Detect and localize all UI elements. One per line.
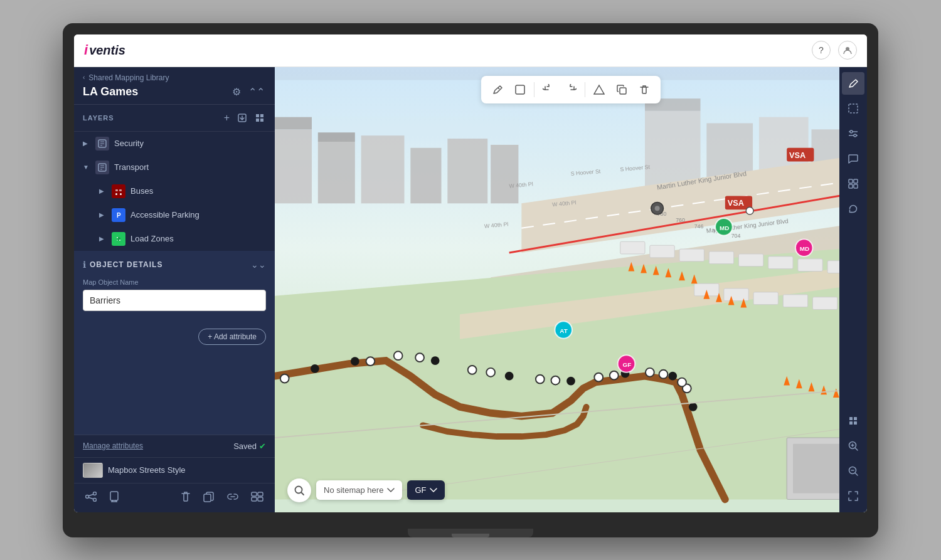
svg-text:VSA: VSA [789, 150, 805, 159]
duplicate-button[interactable] [201, 489, 217, 507]
map-object-name-input[interactable] [83, 290, 266, 311]
rect-select-button[interactable] [842, 97, 864, 120]
user-avatar[interactable] [838, 41, 857, 60]
comment-tool-button[interactable] [842, 147, 864, 170]
svg-rect-39 [258, 497, 263, 501]
map-area[interactable]: Martin Luther King Junior Blvd Martin Lu… [275, 67, 867, 512]
svg-point-99 [280, 374, 289, 383]
field-label: Map Object Name [83, 278, 266, 286]
layer-chevron-security: ▶ [83, 140, 90, 147]
svg-rect-73 [650, 245, 674, 258]
map-search-button[interactable] [287, 478, 311, 502]
laptop-frame: i ventis ? ‹ Shared Mapping Library [63, 23, 878, 537]
svg-text:VSA: VSA [728, 198, 744, 208]
svg-rect-74 [679, 249, 704, 262]
svg-point-103 [551, 376, 560, 384]
main-content: Martin Luther King Junior Blvd Martin Lu… [275, 67, 867, 512]
filter-tool-button[interactable] [842, 122, 864, 145]
project-title: LA Games [83, 85, 138, 98]
floor-dropdown[interactable]: GF [407, 480, 445, 500]
shape-tool-button[interactable] [589, 80, 609, 100]
manage-attributes-link[interactable]: Manage attributes [83, 441, 143, 450]
svg-rect-5 [260, 119, 263, 122]
svg-point-147 [854, 134, 856, 137]
export-button[interactable] [107, 489, 122, 507]
zoom-out-button[interactable] [842, 460, 864, 482]
svg-rect-35 [204, 494, 211, 502]
layer-icon-loadzones [112, 232, 125, 246]
layer-name-loadzones: Load Zones [130, 234, 174, 243]
grid-tool-button[interactable] [842, 172, 864, 195]
copy-button[interactable] [612, 80, 632, 100]
fit-view-button[interactable] [842, 485, 864, 507]
layer-icon-transport [95, 161, 109, 174]
layer-item-security[interactable]: ▶ Security [74, 132, 275, 156]
import-layer-button[interactable] [236, 112, 248, 124]
svg-text:704: 704 [731, 233, 741, 239]
logo-i: i [84, 42, 88, 58]
layer-item-loadzones[interactable]: ▶ Load Zones [74, 227, 275, 251]
redo-button[interactable] [561, 80, 581, 100]
svg-rect-76 [738, 253, 763, 266]
delete-button[interactable] [178, 489, 193, 507]
svg-point-85 [311, 364, 319, 372]
svg-rect-75 [709, 251, 733, 264]
svg-line-161 [856, 448, 858, 450]
layer-icon-security [95, 137, 109, 151]
svg-rect-159 [854, 421, 857, 425]
link-button[interactable] [225, 489, 241, 507]
svg-point-15 [115, 193, 117, 195]
group-button[interactable] [248, 489, 266, 507]
svg-rect-36 [252, 492, 257, 496]
svg-rect-2 [256, 114, 259, 117]
layers-panel-button[interactable] [842, 409, 864, 432]
svg-rect-142 [516, 85, 524, 94]
svg-text:746: 746 [694, 223, 704, 229]
collapse-icon[interactable]: ⌃⌃ [247, 85, 266, 99]
laptop-screen: i ventis ? ‹ Shared Mapping Library [74, 34, 867, 512]
svg-text:760: 760 [676, 216, 685, 223]
map-style-name: Mapbox Streets Style [108, 465, 186, 475]
delete-map-button[interactable] [634, 80, 654, 100]
svg-rect-31 [110, 492, 118, 500]
svg-rect-158 [849, 421, 853, 425]
sidebar-bottom-actions [74, 483, 275, 512]
layer-item-parking[interactable]: ▶ P Accessible Parking [74, 203, 275, 227]
view-toggle-button[interactable] [253, 112, 266, 124]
svg-point-106 [678, 378, 686, 386]
svg-rect-4 [256, 119, 259, 122]
draw-tool-button[interactable] [487, 80, 508, 100]
select-tool-button[interactable] [510, 80, 530, 100]
help-button[interactable]: ? [812, 41, 831, 60]
layer-item-buses[interactable]: ▶ Buses [74, 179, 275, 203]
floor-label: GF [415, 485, 426, 495]
svg-point-89 [468, 365, 477, 374]
svg-point-129 [746, 207, 753, 214]
svg-text:MD: MD [800, 245, 809, 252]
svg-point-95 [646, 367, 654, 376]
svg-rect-3 [260, 114, 263, 117]
map-svg: Martin Luther King Junior Blvd Martin Lu… [275, 67, 867, 512]
svg-point-105 [659, 369, 668, 378]
undo-button[interactable] [538, 80, 558, 100]
zoom-in-button[interactable] [842, 435, 864, 457]
add-layer-button[interactable]: + [223, 111, 231, 125]
sitemap-dropdown[interactable]: No sitemap here [316, 480, 402, 500]
map-style-row: Mapbox Streets Style [74, 457, 275, 483]
bottom-bar: No sitemap here GF [287, 478, 445, 502]
settings-icon[interactable]: ⚙ [231, 85, 242, 99]
svg-text:AT: AT [560, 327, 567, 334]
layer-item-transport[interactable]: ▼ Transport [74, 156, 275, 179]
refresh-tool-button[interactable] [842, 198, 864, 220]
breadcrumb: ‹ Shared Mapping Library [83, 73, 266, 82]
share-button[interactable] [83, 489, 99, 507]
object-details-header: ℹ OBJECT DETAILS ⌄⌄ [83, 260, 266, 270]
breadcrumb-label[interactable]: Shared Mapping Library [88, 73, 169, 82]
svg-point-28 [86, 495, 89, 498]
svg-rect-145 [849, 104, 858, 113]
pencil-tool-button[interactable] [842, 72, 864, 95]
collapse-details-icon[interactable]: ⌄⌄ [251, 260, 266, 270]
add-attribute-button[interactable]: + Add attribute [198, 329, 266, 345]
sidebar-top: ‹ Shared Mapping Library LA Games ⚙ ⌃⌃ [74, 67, 275, 105]
svg-rect-37 [258, 492, 263, 496]
